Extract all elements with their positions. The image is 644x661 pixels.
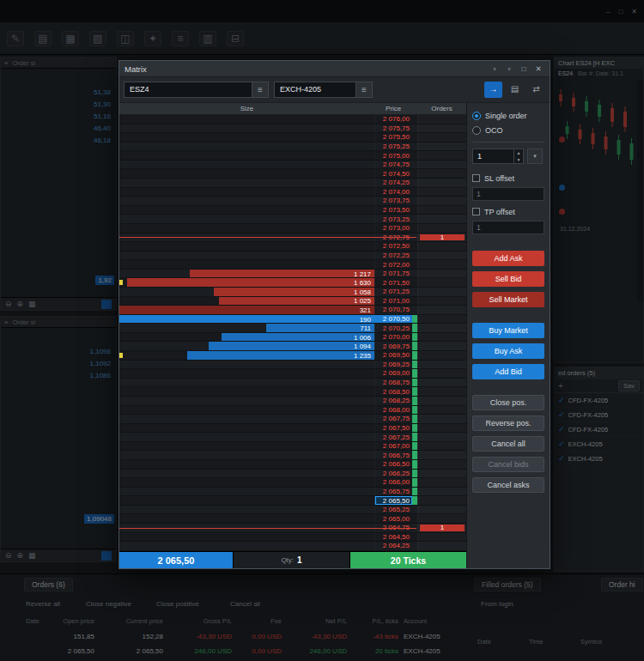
add-bid-button[interactable]: Add Bid — [472, 364, 544, 379]
oco-radio[interactable]: OCO — [472, 123, 544, 137]
size-cell[interactable] — [119, 533, 374, 542]
step-down-icon[interactable]: ▼ — [514, 156, 523, 163]
price-cell[interactable]: 2 075,75 — [374, 124, 412, 133]
size-cell[interactable] — [119, 215, 374, 223]
size-cell[interactable] — [119, 424, 374, 433]
orders-cell[interactable] — [417, 415, 466, 423]
quantity-input[interactable]: 1 ▲ ▼ — [472, 149, 524, 164]
orders-cell[interactable] — [417, 206, 466, 215]
size-cell[interactable] — [119, 478, 374, 487]
cancel-all-orders-button[interactable]: Cancel all — [472, 436, 544, 452]
orders-cell[interactable] — [417, 488, 466, 496]
size-cell[interactable] — [119, 442, 374, 451]
size-cell[interactable] — [119, 133, 374, 142]
price-cell[interactable]: 2 064,50 — [374, 533, 412, 542]
orders-cell[interactable] — [417, 496, 466, 505]
price-cell[interactable]: 2 069,75 — [374, 342, 412, 350]
size-cell[interactable] — [119, 496, 374, 505]
size-cell[interactable] — [119, 242, 374, 251]
orders-cell[interactable] — [417, 197, 466, 205]
price-cell[interactable]: 2 070,50 — [374, 315, 412, 324]
price-cell[interactable]: 2 074,25 — [374, 179, 412, 187]
price-cell[interactable]: 2 069,25 — [374, 361, 412, 369]
size-cell[interactable]: 711 — [119, 324, 374, 332]
size-cell[interactable] — [119, 233, 374, 242]
pin-window-button[interactable]: ▫ — [489, 64, 501, 73]
orders-cell[interactable] — [417, 270, 466, 278]
price-cell[interactable]: 2 069,50 — [374, 351, 412, 360]
sl-offset-checkbox[interactable]: SL offset — [472, 172, 544, 185]
size-cell[interactable] — [119, 524, 374, 532]
order-badge[interactable]: 1 — [420, 525, 465, 531]
size-cell[interactable] — [119, 397, 374, 405]
orders-cell[interactable] — [417, 224, 466, 233]
price-cell[interactable]: 2 067,25 — [374, 433, 412, 441]
size-cell[interactable] — [119, 387, 374, 396]
price-cell[interactable]: 2 072,75 — [374, 233, 412, 242]
price-cell[interactable]: 2 072,25 — [374, 252, 412, 260]
orders-cell[interactable] — [417, 506, 466, 514]
size-cell[interactable] — [119, 451, 374, 459]
qty-presets-dropdown[interactable]: ▼ — [527, 149, 543, 164]
size-cell[interactable] — [119, 488, 374, 496]
account-value[interactable]: EXCH-4205 — [274, 82, 356, 98]
size-cell[interactable] — [119, 470, 374, 478]
orders-cell[interactable] — [417, 260, 466, 269]
size-cell[interactable] — [119, 433, 374, 441]
price-cell[interactable]: 2 069,00 — [374, 369, 412, 378]
price-cell[interactable]: 2 065,50 — [374, 496, 412, 505]
orders-cell[interactable] — [417, 478, 466, 487]
orders-cell[interactable] — [417, 115, 466, 124]
size-cell[interactable] — [119, 542, 374, 550]
size-cell[interactable] — [119, 197, 374, 205]
price-cell[interactable]: 2 070,25 — [374, 324, 412, 332]
orders-cell[interactable] — [417, 242, 466, 251]
orders-cell[interactable] — [417, 151, 466, 160]
orders-cell[interactable] — [417, 470, 466, 478]
size-cell[interactable] — [119, 369, 374, 378]
price-cell[interactable]: 2 066,00 — [374, 478, 412, 487]
orders-cell[interactable] — [417, 533, 466, 542]
size-cell[interactable] — [119, 260, 374, 269]
account-selector[interactable]: EXCH-4205 ≡ — [274, 82, 373, 98]
price-cell[interactable]: 2 068,25 — [374, 397, 412, 405]
price-cell[interactable]: 2 067,50 — [374, 424, 412, 433]
orders-cell[interactable] — [417, 406, 466, 415]
orders-cell[interactable] — [417, 179, 466, 187]
price-cell[interactable]: 2 075,00 — [374, 151, 412, 160]
price-cell[interactable]: 2 065,75 — [374, 488, 412, 496]
price-cell[interactable]: 2 067,00 — [374, 442, 412, 451]
size-cell[interactable] — [119, 224, 374, 233]
price-cell[interactable]: 2 067,75 — [374, 415, 412, 423]
orders-cell[interactable] — [417, 315, 466, 324]
orders-cell[interactable] — [417, 306, 466, 314]
orders-cell[interactable] — [417, 215, 466, 223]
matrix-settings-icon[interactable]: ⇄ — [527, 82, 545, 98]
size-cell[interactable] — [119, 415, 374, 423]
size-cell[interactable] — [119, 206, 374, 215]
price-cell[interactable]: 2 070,75 — [374, 306, 412, 314]
orders-cell[interactable] — [417, 133, 466, 142]
orders-cell[interactable] — [417, 387, 466, 396]
price-cell[interactable]: 2 070,00 — [374, 333, 412, 342]
orders-cell[interactable] — [417, 342, 466, 350]
orders-cell[interactable] — [417, 433, 466, 441]
orders-cell[interactable] — [417, 424, 466, 433]
price-cell[interactable]: 2 076,00 — [374, 115, 412, 124]
price-cell[interactable]: 2 064,75 — [374, 524, 412, 532]
orders-cell[interactable] — [417, 369, 466, 378]
price-cell[interactable]: 2 065,25 — [374, 506, 412, 514]
sell-bid-button[interactable]: Sell Bid — [472, 271, 544, 287]
close-window-button[interactable]: ✕ — [532, 64, 544, 73]
price-cell[interactable]: 2 071,00 — [374, 297, 412, 306]
size-cell[interactable] — [119, 188, 374, 197]
price-cell[interactable]: 2 073,25 — [374, 215, 412, 223]
size-cell[interactable] — [119, 179, 374, 187]
size-cell[interactable] — [119, 124, 374, 133]
price-cell[interactable]: 2 071,50 — [374, 278, 412, 287]
link-window-icon[interactable]: ▤ — [506, 82, 524, 98]
matrix-title-bar[interactable]: Matrix ▫▫□✕ — [119, 61, 550, 77]
tp-offset-input[interactable]: 1 — [472, 221, 544, 234]
price-cell[interactable]: 2 068,00 — [374, 406, 412, 415]
symbol-value[interactable]: ESZ4 — [124, 82, 252, 98]
